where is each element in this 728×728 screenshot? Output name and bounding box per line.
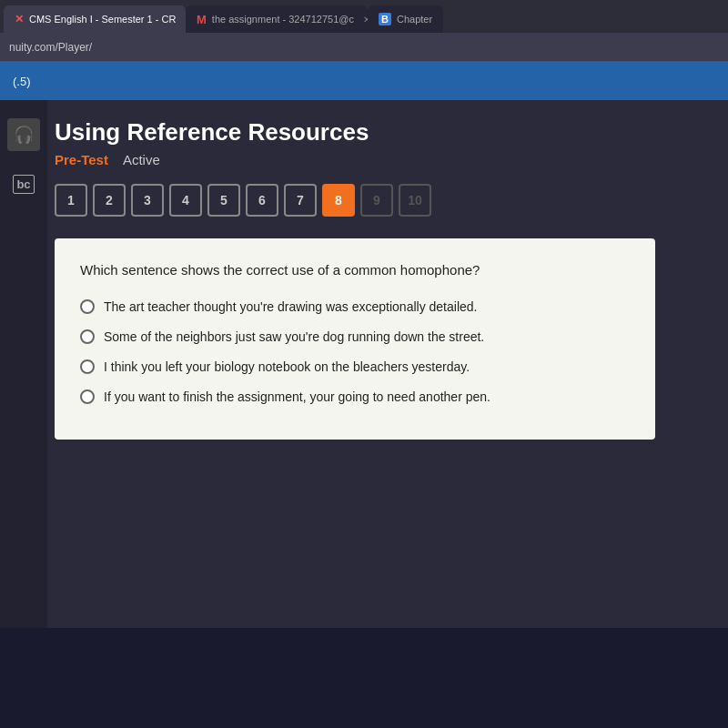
tab-2[interactable]: M the assignment - 324712751@c ✕ xyxy=(186,5,368,33)
q-btn-6[interactable]: 6 xyxy=(246,184,278,217)
radio-d[interactable] xyxy=(80,389,95,404)
q-btn-5[interactable]: 5 xyxy=(207,184,240,217)
q-btn-2[interactable]: 2 xyxy=(93,184,126,217)
answer-text-d: If you want to finish the assignment, yo… xyxy=(104,388,490,407)
question-nav: 1 2 3 4 5 6 7 8 9 10 xyxy=(55,184,710,217)
q-btn-3[interactable]: 3 xyxy=(131,184,164,217)
question-text: Which sentence shows the correct use of … xyxy=(80,260,630,281)
radio-c[interactable] xyxy=(80,359,95,374)
address-bar: nuity.com/Player/ xyxy=(0,33,728,62)
tab-1[interactable]: ✕ CMS English I - Semester 1 - CR ✕ xyxy=(4,5,186,33)
question-card: Which sentence shows the correct use of … xyxy=(55,238,655,440)
q-btn-8[interactable]: 8 xyxy=(322,184,355,217)
radio-a[interactable] xyxy=(80,299,95,314)
tab-3-icon: B xyxy=(379,13,391,25)
q-btn-9[interactable]: 9 xyxy=(360,184,393,217)
q-btn-7[interactable]: 7 xyxy=(284,184,317,217)
browser-tabs: ✕ CMS English I - Semester 1 - CR ✕ M th… xyxy=(0,0,728,33)
tab-2-label: the assignment - 324712751@c xyxy=(212,14,354,25)
tab-1-icon: ✕ xyxy=(15,13,24,25)
main-content: 🎧 bc Using Reference Resources Pre-Test … xyxy=(0,100,728,628)
radio-b[interactable] xyxy=(80,329,95,344)
address-text: nuity.com/Player/ xyxy=(9,41,92,54)
page-title: Using Reference Resources xyxy=(55,118,710,147)
subtitle-row: Pre-Test Active xyxy=(55,152,710,167)
headphones-icon[interactable]: 🎧 xyxy=(7,118,40,151)
book-icon[interactable]: bc xyxy=(7,167,40,200)
tab-2-icon: M xyxy=(197,13,207,26)
answer-option-a[interactable]: The art teacher thought you're drawing w… xyxy=(80,298,630,317)
q-btn-10[interactable]: 10 xyxy=(399,184,431,217)
accent-bar-text: (.5) xyxy=(13,75,31,88)
tab-1-label: CMS English I - Semester 1 - CR xyxy=(29,14,176,25)
answer-option-b[interactable]: Some of the neighbors just saw you're do… xyxy=(80,328,630,347)
accent-bar: (.5) xyxy=(0,62,728,100)
tab-3[interactable]: B Chapter xyxy=(368,5,443,33)
left-sidebar: 🎧 bc xyxy=(0,100,47,628)
answer-text-a: The art teacher thought you're drawing w… xyxy=(104,298,477,317)
answer-text-b: Some of the neighbors just saw you're do… xyxy=(104,328,484,347)
answer-option-d[interactable]: If you want to finish the assignment, yo… xyxy=(80,388,630,407)
q-btn-4[interactable]: 4 xyxy=(169,184,202,217)
answer-option-c[interactable]: I think you left your biology notebook o… xyxy=(80,358,630,377)
pre-test-label: Pre-Test xyxy=(55,152,108,167)
active-label: Active xyxy=(123,152,160,167)
q-btn-1[interactable]: 1 xyxy=(55,184,87,217)
answer-text-c: I think you left your biology notebook o… xyxy=(104,358,470,377)
tab-3-label: Chapter xyxy=(397,14,432,25)
